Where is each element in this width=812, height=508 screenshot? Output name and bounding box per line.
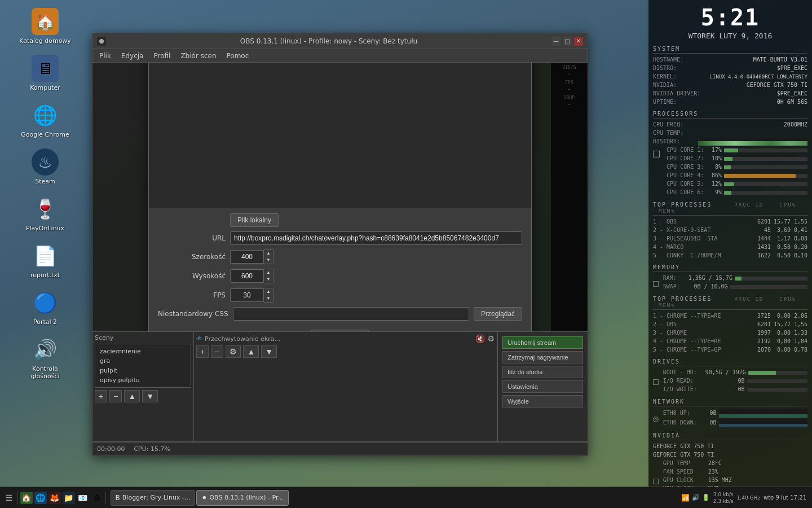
remove-scene-button[interactable]: − [109,390,122,402]
cpu-icon: □ [653,146,660,197]
icon-portal2[interactable]: 🔵 Portal 2 [17,287,73,328]
settings-button[interactable]: Ustawienia [502,380,583,393]
minimize-button[interactable]: — [551,37,561,46]
source-settings-button[interactable]: ⚙ [226,345,241,358]
scene-opisy[interactable]: opisy pulpitu [98,375,188,385]
obs-menubar: Plik Edycja Profil Zbiór scen Pomoc [92,49,588,63]
drives-row: □ ROOT - HD: 90,5G / 192G I/O READ: 0B I… [653,369,807,394]
desktop-icons: 🏠 Katalog domowy 🖥 Komputer 🌐 Google Chr… [0,0,90,388]
add-scene-button[interactable]: + [95,390,107,402]
icon-katalog[interactable]: 🏠 Katalog domowy [17,6,73,47]
source-up-button[interactable]: ▲ [243,345,259,358]
drives-header: DRIVES [653,358,807,366]
menu-edycja[interactable]: Edycja [117,51,148,61]
scenes-label: Sceny [95,334,113,341]
tray-battery-icon[interactable]: 🔋 [702,494,710,501]
taskbar-app2-icon[interactable]: 🌐 [34,492,47,504]
obs-title: OBS 0.13.1 (linux) - Profile: nowy - Sce… [111,37,547,45]
scenes-list: zaciemnienie gra pulpit opisy pulpitu [95,344,191,388]
system-header: SYSTEM [653,46,807,54]
tray-volume-icon[interactable]: 🔊 [692,494,700,501]
height-up[interactable]: ▲ [264,269,273,276]
taskbar-blogger-app[interactable]: B Blogger: Gry-Linux -... [111,490,196,506]
local-file-row: Plik lokalny [158,213,522,227]
taskbar-app3-icon[interactable]: 🦊 [48,492,61,504]
taskbar-app6-icon[interactable]: ⚙ [91,492,103,504]
taskbar-app4-icon[interactable]: 📁 [63,492,75,504]
drives-icon: □ [653,376,659,387]
menu-pomoc[interactable]: Pomoc [222,51,254,61]
top-cpu-1: 1 - OBS 6201 15,77 1,55 [653,218,807,226]
start-stream-button[interactable]: Uruchomij stream [502,336,583,349]
url-input[interactable] [230,231,522,245]
tray-network-speeds: 3,0 kb/s 2,3 kb/s [713,491,734,505]
menu-plik[interactable]: Plik [95,51,116,61]
width-up[interactable]: ▲ [264,250,273,257]
tray-icons: 📶 🔊 🔋 [681,494,710,502]
browse-button[interactable]: Przeglądać [474,307,522,321]
studio-mode-button[interactable]: Idź do studia [502,366,583,378]
network-section: NETWORK ◎ ETH0 UP: 0B ETH0 DOWN: 0B [653,398,807,428]
icon-komputer[interactable]: 🖥 Komputer [17,52,73,94]
source-down-button[interactable]: ▼ [261,345,277,358]
network-row: ◎ ETH0 UP: 0B ETH0 DOWN: 0B [653,409,807,428]
window-controls: — □ ✕ [551,37,583,46]
taskbar-app5-icon[interactable]: 📧 [77,492,89,504]
css-input[interactable] [233,307,469,321]
width-down[interactable]: ▼ [264,257,273,264]
height-input[interactable] [230,269,264,283]
start-icon[interactable]: ☰ [6,493,13,502]
scene-gra[interactable]: gra [98,356,188,366]
close-button[interactable]: ✕ [574,37,583,46]
fps-up[interactable]: ▲ [264,288,273,295]
scene-pulpit[interactable]: pulpit [98,366,188,375]
icon-volume[interactable]: 🔊 Kontrola głośności [17,334,73,382]
core6-row: CPU CORE 6: 9% [667,189,807,196]
stop-recording-button[interactable]: Zatrzymaj nagrywanie [502,351,583,364]
system-section: SYSTEM HOSTNAME: MATE-BUNTU V3.01 DISTRO… [653,46,807,106]
add-source-button[interactable]: + [196,345,209,358]
remove-source-button[interactable]: − [211,345,223,358]
css-row: Niestandardowy CSS Przeglądać [158,307,522,321]
obs-content: VID/S - FPS - DROP - Właściwości dla 'ch… [92,63,588,456]
scene-down-button[interactable]: ▼ [142,390,158,402]
width-input[interactable] [230,250,264,264]
icon-steam[interactable]: ♨ Steam [17,146,73,187]
cpu-cores-container: □ CPU CORE 1: 17% CPU CORE 2: 10% CPU CO… [653,146,807,197]
drives-info: ROOT - HD: 90,5G / 192G I/O READ: 0B I/O… [663,369,807,394]
stream-controls: Uruchomij stream Zatrzymaj nagrywanie Id… [497,332,588,441]
fps-input[interactable] [230,288,264,302]
settings-source-icon[interactable]: ⚙ [487,334,495,343]
obs-panels: Sceny zaciemnienie gra pulpit opisy pulp… [92,332,588,442]
memory-bars: RAM: 1,35G / 15,7G SWAP: 0B / 16,0G [663,274,807,291]
menu-profil[interactable]: Profil [149,51,175,61]
obs-titlebar: ● OBS 0.13.1 (linux) - Profile: nowy - S… [92,33,588,49]
exit-button[interactable]: Wyjście [502,395,583,408]
scene-up-button[interactable]: ▲ [124,390,140,402]
maximize-button[interactable]: □ [563,37,572,46]
top-mem-4: 4 - CHROME --TYPE=RE 2192 0,00 1,04 [653,338,807,345]
icon-report[interactable]: 📄 report.txt [17,240,73,281]
local-file-button[interactable]: Plik lokalny [230,213,279,227]
eye-icon: 👁 [196,335,202,343]
top-processes-cpu-header: TOP PROCESSES PROC ID CPU% MEM% [653,202,807,216]
core4-row: CPU CORE 4: 86% [667,172,807,179]
taskbar-app1-icon[interactable]: 🏠 [20,492,33,504]
reload-button[interactable]: Przeładować [311,330,369,332]
obs-icon: ● [97,37,106,46]
mute-icon[interactable]: 🔇 [475,334,485,343]
taskbar-obs-app[interactable]: ⚫ OBS 0.13.1 (linux) - Pr... [196,490,289,506]
memory-icon: □ [653,278,659,288]
menu-zbior[interactable]: Zbiór scen [176,51,220,61]
fps-down[interactable]: ▼ [264,295,273,302]
top-processes-mem-header: TOP PROCESSES PROC ID CPU% MEM% [653,296,807,310]
icon-chrome[interactable]: 🌐 Google Chrome [17,99,73,141]
gpu-icon: □ [653,475,659,486]
tray-network-icon[interactable]: 📶 [681,494,690,502]
icon-playonlinux[interactable]: 🍷 PlayOnLinux [17,193,73,234]
properties-dialog: Właściwości dla 'chat' Joined Channel ma… [148,63,532,331]
height-down[interactable]: ▼ [264,276,273,283]
sysmon-panel: 5:21 WTOREK LUTY 9, 2016 SYSTEM HOSTNAME… [648,0,812,487]
core1-row: CPU CORE 1: 17% [667,146,807,154]
scene-zaciemnienie[interactable]: zaciemnienie [98,347,188,356]
